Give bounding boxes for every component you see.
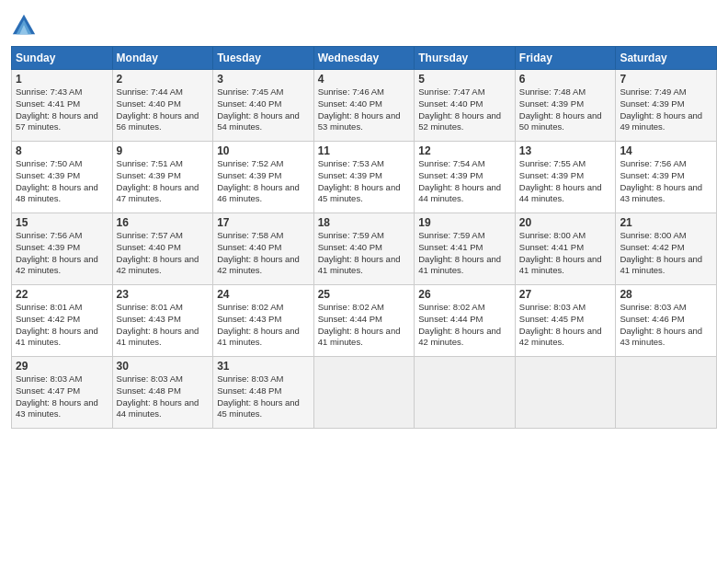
- calendar-body: 1Sunrise: 7:43 AMSunset: 4:41 PMDaylight…: [12, 70, 717, 429]
- cell-info: Sunrise: 8:03 AMSunset: 4:48 PMDaylight:…: [117, 373, 210, 420]
- cell-info: Sunrise: 8:01 AMSunset: 4:43 PMDaylight:…: [117, 302, 210, 349]
- sunset-text: Sunset: 4:48 PM: [117, 385, 210, 397]
- day-number: 31: [217, 360, 310, 373]
- sunrise-text: Sunrise: 7:45 AM: [217, 86, 310, 98]
- sunrise-text: Sunrise: 7:44 AM: [117, 86, 210, 98]
- calendar-cell: 20Sunrise: 8:00 AMSunset: 4:41 PMDayligh…: [515, 213, 616, 285]
- calendar-week-row: 15Sunrise: 7:56 AMSunset: 4:39 PMDayligh…: [12, 213, 717, 285]
- calendar-cell: 29Sunrise: 8:03 AMSunset: 4:47 PMDayligh…: [12, 357, 113, 429]
- calendar-cell: [415, 357, 516, 429]
- cell-info: Sunrise: 8:00 AMSunset: 4:42 PMDaylight:…: [620, 230, 712, 277]
- day-of-week-header: Tuesday: [213, 47, 314, 70]
- day-number: 10: [217, 144, 310, 157]
- day-number: 8: [16, 144, 108, 157]
- sunset-text: Sunset: 4:40 PM: [418, 98, 511, 110]
- sunset-text: Sunset: 4:39 PM: [16, 242, 108, 254]
- calendar-week-row: 29Sunrise: 8:03 AMSunset: 4:47 PMDayligh…: [12, 357, 717, 429]
- day-number: 3: [217, 73, 310, 86]
- calendar-cell: 27Sunrise: 8:03 AMSunset: 4:45 PMDayligh…: [515, 285, 616, 357]
- calendar-cell: 4Sunrise: 7:46 AMSunset: 4:40 PMDaylight…: [313, 70, 415, 142]
- daylight-text: Daylight: 8 hours and 41 minutes.: [318, 326, 411, 350]
- sunset-text: Sunset: 4:41 PM: [418, 242, 511, 254]
- sunrise-text: Sunrise: 7:52 AM: [217, 158, 310, 170]
- sunrise-text: Sunrise: 7:55 AM: [519, 158, 612, 170]
- sunrise-text: Sunrise: 8:02 AM: [418, 302, 511, 314]
- sunrise-text: Sunrise: 8:01 AM: [16, 302, 108, 314]
- day-number: 20: [519, 216, 612, 229]
- day-of-week-header: Monday: [112, 47, 213, 70]
- cell-info: Sunrise: 7:49 AMSunset: 4:39 PMDaylight:…: [620, 86, 712, 133]
- daylight-text: Daylight: 8 hours and 43 minutes.: [16, 397, 108, 421]
- daylight-text: Daylight: 8 hours and 49 minutes.: [620, 110, 712, 134]
- sunset-text: Sunset: 4:45 PM: [519, 314, 612, 326]
- daylight-text: Daylight: 8 hours and 44 minutes.: [418, 182, 511, 206]
- calendar-cell: 16Sunrise: 7:57 AMSunset: 4:40 PMDayligh…: [112, 213, 213, 285]
- sunset-text: Sunset: 4:48 PM: [217, 385, 310, 397]
- calendar-cell: 25Sunrise: 8:02 AMSunset: 4:44 PMDayligh…: [313, 285, 415, 357]
- logo-icon: [11, 13, 37, 39]
- daylight-text: Daylight: 8 hours and 50 minutes.: [519, 110, 612, 134]
- sunrise-text: Sunrise: 8:02 AM: [217, 302, 310, 314]
- cell-info: Sunrise: 7:59 AMSunset: 4:41 PMDaylight:…: [418, 230, 511, 277]
- daylight-text: Daylight: 8 hours and 42 minutes.: [519, 326, 612, 350]
- daylight-text: Daylight: 8 hours and 41 minutes.: [519, 254, 612, 278]
- cell-info: Sunrise: 7:59 AMSunset: 4:40 PMDaylight:…: [318, 230, 411, 277]
- calendar-header: SundayMondayTuesdayWednesdayThursdayFrid…: [12, 47, 717, 70]
- cell-info: Sunrise: 8:02 AMSunset: 4:43 PMDaylight:…: [217, 302, 310, 349]
- day-number: 1: [16, 73, 108, 86]
- calendar-week-row: 8Sunrise: 7:50 AMSunset: 4:39 PMDaylight…: [12, 142, 717, 213]
- sunrise-text: Sunrise: 7:49 AM: [620, 86, 712, 98]
- day-number: 25: [318, 288, 411, 301]
- calendar-cell: 28Sunrise: 8:03 AMSunset: 4:46 PMDayligh…: [616, 285, 717, 357]
- daylight-text: Daylight: 8 hours and 42 minutes.: [217, 254, 310, 278]
- calendar-week-row: 22Sunrise: 8:01 AMSunset: 4:42 PMDayligh…: [12, 285, 717, 357]
- sunrise-text: Sunrise: 8:00 AM: [620, 230, 712, 242]
- daylight-text: Daylight: 8 hours and 47 minutes.: [117, 182, 210, 206]
- calendar-cell: [515, 357, 616, 429]
- calendar-cell: 31Sunrise: 8:03 AMSunset: 4:48 PMDayligh…: [213, 357, 314, 429]
- cell-info: Sunrise: 7:44 AMSunset: 4:40 PMDaylight:…: [117, 86, 210, 133]
- sunrise-text: Sunrise: 8:03 AM: [16, 373, 108, 385]
- day-number: 11: [318, 144, 411, 157]
- day-number: 18: [318, 216, 411, 229]
- sunrise-text: Sunrise: 7:56 AM: [16, 230, 108, 242]
- sunset-text: Sunset: 4:41 PM: [16, 98, 108, 110]
- cell-info: Sunrise: 7:57 AMSunset: 4:40 PMDaylight:…: [117, 230, 210, 277]
- daylight-text: Daylight: 8 hours and 43 minutes.: [620, 326, 712, 350]
- daylight-text: Daylight: 8 hours and 41 minutes.: [16, 326, 108, 350]
- sunrise-text: Sunrise: 7:46 AM: [318, 86, 411, 98]
- calendar-cell: 3Sunrise: 7:45 AMSunset: 4:40 PMDaylight…: [213, 70, 314, 142]
- sunrise-text: Sunrise: 7:51 AM: [117, 158, 210, 170]
- daylight-text: Daylight: 8 hours and 53 minutes.: [318, 110, 411, 134]
- cell-info: Sunrise: 7:53 AMSunset: 4:39 PMDaylight:…: [318, 158, 411, 205]
- calendar-cell: 6Sunrise: 7:48 AMSunset: 4:39 PMDaylight…: [515, 70, 616, 142]
- header-row: SundayMondayTuesdayWednesdayThursdayFrid…: [12, 47, 717, 70]
- sunrise-text: Sunrise: 7:59 AM: [318, 230, 411, 242]
- daylight-text: Daylight: 8 hours and 45 minutes.: [217, 397, 310, 421]
- cell-info: Sunrise: 7:52 AMSunset: 4:39 PMDaylight:…: [217, 158, 310, 205]
- cell-info: Sunrise: 7:56 AMSunset: 4:39 PMDaylight:…: [16, 230, 108, 277]
- sunset-text: Sunset: 4:40 PM: [117, 242, 210, 254]
- sunrise-text: Sunrise: 7:53 AM: [318, 158, 411, 170]
- day-number: 2: [117, 73, 210, 86]
- daylight-text: Daylight: 8 hours and 56 minutes.: [117, 110, 210, 134]
- sunset-text: Sunset: 4:40 PM: [318, 98, 411, 110]
- cell-info: Sunrise: 7:58 AMSunset: 4:40 PMDaylight:…: [217, 230, 310, 277]
- daylight-text: Daylight: 8 hours and 42 minutes.: [117, 254, 210, 278]
- calendar-cell: 23Sunrise: 8:01 AMSunset: 4:43 PMDayligh…: [112, 285, 213, 357]
- calendar-cell: 15Sunrise: 7:56 AMSunset: 4:39 PMDayligh…: [12, 213, 113, 285]
- daylight-text: Daylight: 8 hours and 46 minutes.: [217, 182, 310, 206]
- calendar-cell: 24Sunrise: 8:02 AMSunset: 4:43 PMDayligh…: [213, 285, 314, 357]
- logo: [11, 13, 40, 39]
- sunrise-text: Sunrise: 8:00 AM: [519, 230, 612, 242]
- day-of-week-header: Wednesday: [313, 47, 415, 70]
- sunrise-text: Sunrise: 8:03 AM: [217, 373, 310, 385]
- sunset-text: Sunset: 4:43 PM: [217, 314, 310, 326]
- calendar-cell: 14Sunrise: 7:56 AMSunset: 4:39 PMDayligh…: [616, 142, 717, 213]
- daylight-text: Daylight: 8 hours and 41 minutes.: [620, 254, 712, 278]
- sunrise-text: Sunrise: 7:57 AM: [117, 230, 210, 242]
- sunset-text: Sunset: 4:40 PM: [217, 242, 310, 254]
- day-number: 30: [117, 360, 210, 373]
- cell-info: Sunrise: 8:02 AMSunset: 4:44 PMDaylight:…: [418, 302, 511, 349]
- sunset-text: Sunset: 4:44 PM: [418, 314, 511, 326]
